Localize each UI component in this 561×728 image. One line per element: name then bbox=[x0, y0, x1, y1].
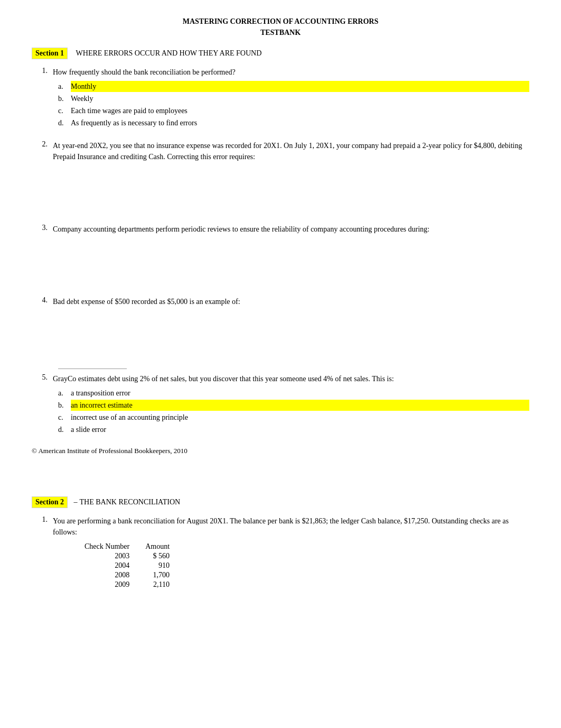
section1-title: WHERE ERRORS OCCUR AND HOW THEY ARE FOUN… bbox=[76, 49, 262, 58]
check-table: Check Number Amount 2003 $ 560 2004 910 … bbox=[85, 542, 529, 589]
question-5-answers: a. a transposition error b. an incorrect… bbox=[53, 388, 529, 435]
question-2-spacer bbox=[53, 165, 529, 213]
answer-5c: c. incorrect use of an accounting princi… bbox=[58, 412, 529, 423]
question-2-content: At year-end 20X2, you see that no insura… bbox=[53, 140, 529, 213]
question-4-num: 4. bbox=[32, 296, 53, 358]
answer-1d-letter: d. bbox=[58, 117, 71, 128]
question-3-text: Company accounting departments perform p… bbox=[53, 224, 529, 235]
question-1-answers: a. Monthly b. Weekly c. Each time wages … bbox=[53, 81, 529, 128]
answer-1b: b. Weekly bbox=[58, 93, 529, 104]
copyright-text: © American Institute of Professional Boo… bbox=[32, 447, 529, 455]
amount-2009: 2,110 bbox=[145, 580, 185, 589]
section2-question-1-text: You are performing a bank reconciliation… bbox=[53, 515, 529, 538]
question-2-text: At year-end 20X2, you see that no insura… bbox=[53, 140, 529, 162]
question-3-num: 3. bbox=[32, 224, 53, 285]
question-4: 4. Bad debt expense of $500 recorded as … bbox=[32, 296, 529, 358]
check-number-header: Check Number bbox=[85, 542, 145, 551]
check-row-2008: 2008 1,700 bbox=[85, 570, 185, 580]
question-1: 1. How frequently should the bank reconc… bbox=[32, 67, 529, 130]
check-row-2009: 2009 2,110 bbox=[85, 580, 185, 589]
answer-5c-text: incorrect use of an accounting principle bbox=[71, 412, 529, 423]
question-1-num: 1. bbox=[32, 67, 53, 130]
answer-1a-letter: a. bbox=[58, 81, 71, 92]
answer-1c-text: Each time wages are paid to employees bbox=[71, 105, 529, 116]
answer-5d-letter: d. bbox=[58, 424, 71, 435]
section2-question-1-num: 1. bbox=[32, 515, 53, 589]
check-row-2003: 2003 $ 560 bbox=[85, 551, 185, 561]
answer-5a-text: a transposition error bbox=[71, 388, 529, 399]
section1-badge: Section 1 bbox=[32, 48, 68, 59]
answer-5c-letter: c. bbox=[58, 412, 71, 423]
check-2008: 2008 bbox=[85, 570, 145, 580]
answer-1b-text: Weekly bbox=[71, 93, 529, 104]
question-3: 3. Company accounting departments perfor… bbox=[32, 224, 529, 285]
section2-question-1: 1. You are performing a bank reconciliat… bbox=[32, 515, 529, 589]
answer-5d-text: a slide error bbox=[71, 424, 529, 435]
answer-1d: d. As frequently as is necessary to find… bbox=[58, 117, 529, 128]
amount-2004: 910 bbox=[145, 561, 185, 570]
question-5-content: GrayCo estimates debt using 2% of net sa… bbox=[53, 373, 529, 436]
answer-1d-text: As frequently as is necessary to find er… bbox=[71, 117, 529, 128]
answer-5a-letter: a. bbox=[58, 388, 71, 399]
check-row-2004: 2004 910 bbox=[85, 561, 185, 570]
section1-header: Section 1 WHERE ERRORS OCCUR AND HOW THE… bbox=[32, 48, 529, 59]
question-1-content: How frequently should the bank reconcili… bbox=[53, 67, 529, 130]
answer-5d: d. a slide error bbox=[58, 424, 529, 435]
question-4-spacer bbox=[53, 310, 529, 358]
section2-title: THE BANK RECONCILIATION bbox=[80, 498, 181, 506]
amount-2003: $ 560 bbox=[145, 551, 185, 561]
check-2009: 2009 bbox=[85, 580, 145, 589]
question-4-text: Bad debt expense of $500 recorded as $5,… bbox=[53, 296, 529, 307]
section2-question-1-content: You are performing a bank reconciliation… bbox=[53, 515, 529, 589]
question-2-num: 2. bbox=[32, 140, 53, 213]
answer-1a: a. Monthly bbox=[58, 81, 529, 92]
section2-badge: Section 2 bbox=[32, 496, 68, 508]
page-title: MASTERING CORRECTION OF ACCOUNTING ERROR… bbox=[32, 16, 529, 38]
check-2003: 2003 bbox=[85, 551, 145, 561]
section2-header: Section 2 – THE BANK RECONCILIATION bbox=[32, 496, 529, 508]
section2-dash: – bbox=[72, 498, 78, 506]
answer-5b-letter: b. bbox=[58, 400, 71, 411]
amount-2008: 1,700 bbox=[145, 570, 185, 580]
copyright-spacer bbox=[32, 465, 529, 486]
check-table-header: Check Number Amount bbox=[85, 542, 185, 551]
question-2: 2. At year-end 20X2, you see that no ins… bbox=[32, 140, 529, 213]
answer-5b: b. an incorrect estimate bbox=[58, 400, 529, 411]
answer-5b-text: an incorrect estimate bbox=[71, 400, 529, 411]
answer-1b-letter: b. bbox=[58, 93, 71, 104]
question-1-text: How frequently should the bank reconcili… bbox=[53, 67, 529, 78]
underline-divider bbox=[58, 368, 127, 369]
question-4-content: Bad debt expense of $500 recorded as $5,… bbox=[53, 296, 529, 358]
answer-1c-letter: c. bbox=[58, 105, 71, 116]
question-3-spacer bbox=[53, 238, 529, 285]
check-2004: 2004 bbox=[85, 561, 145, 570]
question-5: 5. GrayCo estimates debt using 2% of net… bbox=[32, 373, 529, 436]
answer-1c: c. Each time wages are paid to employees bbox=[58, 105, 529, 116]
question-5-num: 5. bbox=[32, 373, 53, 436]
question-3-content: Company accounting departments perform p… bbox=[53, 224, 529, 285]
amount-header: Amount bbox=[145, 542, 185, 551]
section1-dash bbox=[72, 49, 74, 58]
answer-1a-text: Monthly bbox=[71, 81, 529, 92]
question-5-text: GrayCo estimates debt using 2% of net sa… bbox=[53, 373, 529, 384]
answer-5a: a. a transposition error bbox=[58, 388, 529, 399]
